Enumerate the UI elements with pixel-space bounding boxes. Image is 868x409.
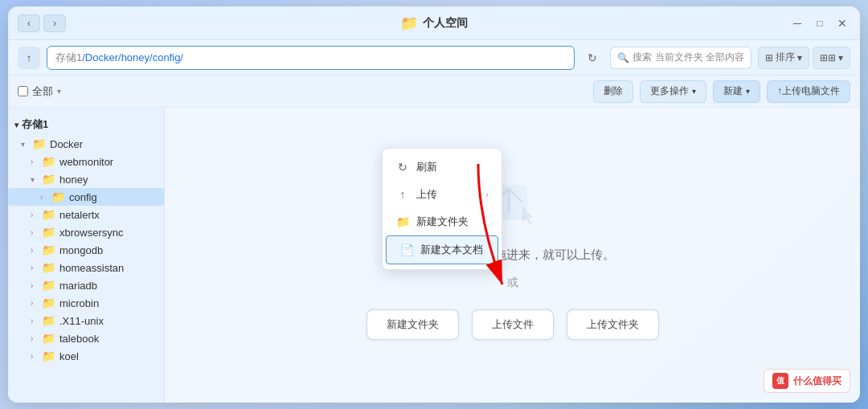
addressbar: ↑ 存储1 /Docker/honey/config/ ↻ 🔍 搜索 当前文件夹… (8, 40, 860, 76)
sidebar-item-label: mariadb (59, 280, 97, 292)
honey-folder-icon: 📁 (42, 173, 55, 186)
sidebar-item-honey[interactable]: ▾ 📁 honey (8, 170, 164, 188)
path-bar[interactable]: 存储1 /Docker/honey/config/ (47, 46, 575, 70)
window-controls: ─ □ ✕ (789, 15, 850, 31)
refresh-button[interactable]: ↻ (581, 47, 604, 69)
ctx-refresh[interactable]: ↻ 刷新 (383, 153, 502, 181)
select-all-checkbox[interactable]: 全部 ▾ (18, 84, 61, 99)
sort-arrow-icon: ▾ (797, 52, 802, 63)
more-arrow-icon: ▾ (692, 87, 696, 96)
sort-button[interactable]: ⊞ 排序 ▾ (758, 47, 809, 69)
homeassistan-arrow-icon: › (31, 264, 42, 272)
grid-icon: ⊞⊞ (820, 52, 836, 63)
close-button[interactable]: ✕ (834, 15, 850, 31)
more-label: 更多操作 (650, 84, 689, 98)
sort-icon: ⊞ (765, 52, 773, 63)
talebook-arrow-icon: › (31, 334, 42, 343)
more-button[interactable]: 更多操作 ▾ (640, 80, 706, 103)
sidebar-item-docker[interactable]: ▾ 📁 Docker (8, 135, 164, 153)
forward-button[interactable]: › (43, 14, 66, 32)
upload-folder-button[interactable]: 上传文件夹 (567, 309, 659, 340)
docker-arrow-icon: ▾ (21, 140, 32, 149)
new-button[interactable]: 新建 ▾ (713, 80, 760, 103)
microbin-folder-icon: 📁 (42, 297, 55, 309)
path-base: 存储1 (55, 51, 82, 65)
sidebar-item-webmonitor[interactable]: › 📁 webmonitor (8, 153, 164, 170)
sidebar-storage-header[interactable]: ▾ 存储1 (8, 114, 164, 135)
drop-buttons: 新建文件夹 上传文件 上传文件夹 (366, 309, 659, 340)
view-arrow-icon: ▾ (838, 52, 843, 63)
koel-folder-icon: 📁 (42, 350, 55, 362)
search-placeholder: 搜索 当前文件夹 全部内容 (633, 51, 744, 64)
toolbar: 全部 ▾ 删除 更多操作 ▾ 新建 ▾ ↑上传电脑文件 (8, 76, 860, 108)
sidebar-item-config[interactable]: › 📁 config (8, 188, 164, 206)
mariadb-arrow-icon: › (31, 281, 42, 290)
new-folder-icon: 📁 (395, 215, 410, 228)
config-arrow-icon: › (40, 193, 51, 202)
sidebar-item-netalertx[interactable]: › 📁 netalertx (8, 206, 164, 223)
sidebar-item-microbin[interactable]: › 📁 microbin (8, 294, 164, 312)
xbrowsersync-arrow-icon: › (31, 228, 42, 237)
x11unix-arrow-icon: › (31, 317, 42, 325)
back-button[interactable]: ‹ (18, 14, 40, 32)
path-highlight: /Docker/honey/config/ (82, 51, 183, 63)
xbrowsersync-folder-icon: 📁 (42, 226, 55, 239)
ctx-new-text[interactable]: 📄 新建文本文档 (386, 235, 498, 264)
upload-file-button[interactable]: 上传文件 (472, 309, 554, 340)
mariadb-folder-icon: 📁 (42, 279, 55, 292)
sidebar-item-label: webmonitor (59, 156, 113, 168)
config-folder-icon: 📁 (51, 190, 65, 203)
new-text-icon: 📄 (399, 243, 414, 256)
sidebar-item-label: honey (59, 174, 88, 186)
or-text: 或 (507, 276, 518, 290)
main-area: ▾ 存储1 ▾ 📁 Docker › 📁 webmonitor ▾ 📁 hone… (8, 108, 860, 403)
webmonitor-folder-icon: 📁 (42, 155, 55, 168)
x11unix-folder-icon: 📁 (42, 314, 55, 327)
sidebar-item-label: config (69, 191, 97, 203)
koel-arrow-icon: › (31, 352, 42, 361)
sidebar-item-label: mongodb (59, 244, 103, 256)
sidebar-item-mariadb[interactable]: › 📁 mariadb (8, 276, 164, 294)
honey-arrow-icon: ▾ (31, 175, 42, 184)
watermark-text: 什么值得买 (793, 374, 841, 388)
view-mode-button[interactable]: ⊞⊞ ▾ (813, 47, 850, 69)
watermark: 值 什么值得买 (764, 369, 850, 393)
sidebar-item-label: xbrowsersync (59, 227, 123, 239)
sidebar-item-mongodb[interactable]: › 📁 mongodb (8, 241, 164, 259)
microbin-arrow-icon: › (31, 299, 42, 308)
upload-pc-button[interactable]: ↑上传电脑文件 (767, 80, 850, 103)
ctx-upload-label: 上传 (416, 187, 437, 202)
new-folder-button[interactable]: 新建文件夹 (366, 309, 459, 340)
sidebar-item-xbrowsersync[interactable]: › 📁 xbrowsersync (8, 223, 164, 241)
minimize-button[interactable]: ─ (789, 15, 805, 31)
window-title: 📁 个人空间 (400, 14, 468, 32)
search-icon: 🔍 (617, 52, 629, 63)
view-buttons: ⊞ 排序 ▾ ⊞⊞ ▾ (758, 47, 850, 69)
storage-arrow-icon: ▾ (14, 121, 18, 129)
search-bar[interactable]: 🔍 搜索 当前文件夹 全部内容 (610, 47, 751, 69)
ctx-new-folder-label: 新建文件夹 (416, 215, 469, 229)
ctx-refresh-label: 刷新 (416, 160, 437, 174)
netalertx-folder-icon: 📁 (42, 208, 55, 221)
select-all-input[interactable] (18, 86, 28, 96)
new-label: 新建 (723, 84, 743, 98)
sidebar-item-talebook[interactable]: › 📁 talebook (8, 329, 164, 347)
sidebar-item-label: homeassistan (59, 262, 124, 274)
webmonitor-arrow-icon: › (31, 157, 42, 166)
ctx-new-folder[interactable]: 📁 新建文件夹 (383, 208, 502, 235)
delete-button[interactable]: 删除 (593, 80, 633, 103)
upload-arrow-icon: › (485, 190, 489, 199)
talebook-folder-icon: 📁 (42, 332, 55, 345)
sidebar-item-x11unix[interactable]: › 📁 .X11-unix (8, 312, 164, 329)
nav-buttons: ‹ › (18, 14, 66, 32)
homeassistan-folder-icon: 📁 (42, 261, 55, 274)
sidebar-item-homeassistan[interactable]: › 📁 homeassistan (8, 259, 164, 276)
sidebar-item-koel[interactable]: › 📁 koel (8, 347, 164, 365)
ctx-upload[interactable]: ↑ 上传 › (383, 181, 502, 208)
docker-folder-icon: 📁 (32, 137, 46, 150)
storage-label: 存储1 (22, 117, 48, 132)
up-button[interactable]: ↑ (18, 47, 40, 69)
ctx-new-text-label: 新建文本文档 (420, 243, 483, 257)
maximize-button[interactable]: □ (812, 15, 828, 31)
sort-label: 排序 (776, 51, 795, 64)
